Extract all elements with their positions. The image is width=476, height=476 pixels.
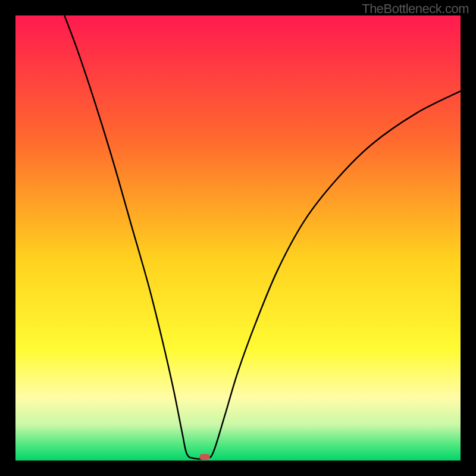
optimal-point-marker bbox=[199, 454, 210, 460]
chart-frame bbox=[15, 15, 461, 461]
watermark-label: TheBottleneck.com bbox=[362, 1, 469, 17]
gradient-background bbox=[15, 15, 461, 461]
svg-rect-0 bbox=[15, 15, 461, 461]
